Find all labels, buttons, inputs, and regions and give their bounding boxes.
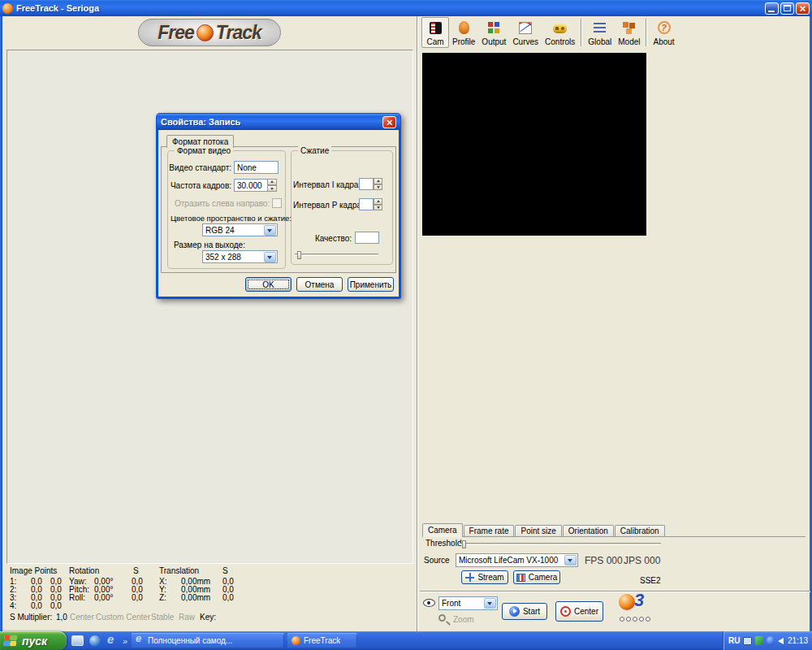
flip-horizontal-label: Отразить слева направо: [175, 199, 270, 208]
chevron-down-icon[interactable] [264, 225, 276, 236]
p-frame-interval-field[interactable] [359, 198, 374, 210]
volume-icon[interactable] [778, 638, 784, 644]
cam-icon [428, 20, 443, 35]
maximize-button[interactable] [780, 2, 794, 15]
toolbar-global-button[interactable]: Global [585, 17, 615, 48]
point-label: 4: [10, 601, 16, 610]
stream-icon [465, 573, 474, 582]
source-value: Microsoft LifeCam VX-1000 [459, 556, 558, 565]
view-select[interactable]: Front [438, 596, 498, 610]
tray-update-icon[interactable] [767, 636, 775, 645]
start-button[interactable]: Start [502, 603, 547, 620]
tab-frame-rate[interactable]: Frame rate [464, 525, 515, 536]
zoom-icon [438, 614, 446, 622]
toolbar-separator [646, 19, 647, 46]
tray-shield-icon[interactable] [755, 636, 763, 645]
frame-rate-stepper[interactable] [267, 179, 277, 192]
language-indicator[interactable]: RU [728, 636, 740, 645]
curves-icon [518, 20, 533, 35]
main-toolbar: Cam Profile Output Curves Controls Globa… [421, 17, 678, 50]
taskbar-item-browser[interactable]: Полноценный самод... [132, 633, 284, 648]
status-led-4[interactable] [639, 617, 644, 622]
frame-rate-field[interactable]: 30.000 [234, 179, 268, 192]
dialog-body: Формат потока Формат видео Видео стандар… [158, 130, 399, 297]
quick-launch-icon-2[interactable] [89, 635, 101, 647]
tab-stream-format[interactable]: Формат потока [166, 135, 234, 148]
chevron-down-icon[interactable] [484, 598, 496, 609]
source-label: Source [424, 556, 450, 565]
apply-button[interactable]: Применить [348, 277, 394, 292]
center-button[interactable]: Center [70, 613, 94, 622]
stream-button-label: Stream [477, 573, 503, 582]
freetrack-logo: Free Track [138, 19, 281, 46]
header-image-points: Image Points [10, 566, 57, 575]
flip-horizontal-checkbox[interactable] [272, 198, 282, 208]
window-controls [765, 2, 810, 15]
zoom-control[interactable]: Zoom [453, 615, 474, 624]
toolbar-output-button[interactable]: Output [478, 17, 509, 48]
chevron-down-icon[interactable] [264, 252, 276, 262]
jps-counter: JPS 000 [624, 555, 660, 566]
quick-launch-icon-1[interactable] [71, 635, 84, 646]
toolbar-curves-button[interactable]: Curves [509, 17, 542, 48]
minimize-button[interactable] [765, 2, 779, 15]
status-led-2[interactable] [626, 617, 631, 622]
dialog-close-button[interactable] [382, 116, 396, 128]
taskbar-item-freetrack[interactable]: FreeTrack [287, 633, 357, 648]
preview-eye-toggle[interactable] [423, 599, 435, 607]
cancel-button-label: Отмена [305, 280, 335, 289]
window-border-left [0, 16, 2, 631]
center-button[interactable]: Center [555, 601, 603, 622]
start-button-taskbar[interactable]: пуск [0, 631, 67, 650]
taskbar: пуск Полноценный самод... FreeTrack RU 2… [0, 631, 812, 650]
stable-toggle[interactable]: Stable [151, 613, 174, 622]
toolbar-controls-button[interactable]: Controls [542, 17, 578, 48]
toolbar-controls-label: Controls [545, 37, 575, 46]
i-frame-interval-stepper[interactable] [374, 178, 382, 190]
status-led-5[interactable] [646, 617, 650, 622]
tray-display-icon[interactable] [743, 637, 752, 645]
quick-launch-overflow-chevron[interactable] [123, 636, 127, 646]
quality-slider[interactable] [295, 254, 378, 256]
status-led-1[interactable] [620, 617, 624, 622]
toolbar-output-label: Output [482, 37, 506, 46]
tab-calibration[interactable]: Calibration [615, 525, 665, 536]
start-icon [509, 606, 520, 617]
stream-button[interactable]: Stream [461, 570, 508, 584]
logo-track-text: Track [216, 22, 261, 44]
freetrack-task-icon [292, 636, 300, 645]
tab-orientation[interactable]: Orientation [563, 525, 614, 536]
toolbar-cam-button[interactable]: Cam [421, 17, 449, 48]
quality-field[interactable] [355, 232, 379, 244]
p-frame-interval-stepper[interactable] [374, 198, 382, 210]
output-size-select[interactable]: 352 x 288 [202, 250, 278, 263]
source-select[interactable]: Microsoft LifeCam VX-1000 [456, 553, 578, 567]
i-frame-interval-field[interactable] [359, 178, 374, 190]
tab-point-size[interactable]: Point size [515, 525, 561, 536]
toolbar-about-button[interactable]: About [650, 17, 677, 48]
chevron-down-icon[interactable] [564, 555, 577, 566]
camera-button[interactable]: Camera [513, 570, 560, 584]
toolbar-model-button[interactable]: Model [615, 17, 643, 48]
status-led-3[interactable] [633, 617, 637, 622]
custom-center-button[interactable]: Custom Center [96, 613, 150, 622]
cancel-button[interactable]: Отмена [296, 277, 343, 292]
internet-explorer-quick-launch-icon[interactable] [106, 635, 117, 647]
clock[interactable]: 21:13 [788, 636, 808, 645]
toolbar-profile-button[interactable]: Profile [449, 17, 478, 48]
raw-toggle[interactable]: Raw [179, 613, 195, 622]
s-multiplier-value: 1,0 [56, 613, 67, 622]
header-rotation: Rotation [69, 566, 99, 575]
close-button[interactable] [796, 2, 810, 15]
video-standard-field[interactable]: None [234, 161, 279, 174]
quality-slider-thumb[interactable] [297, 251, 301, 259]
threshold-slider-thumb[interactable] [462, 540, 466, 548]
settings-tabs: Camera Frame rate Point size Orientation… [422, 524, 806, 537]
ok-button[interactable]: OK [245, 277, 292, 292]
sse2-label: SSE2 [640, 576, 661, 585]
view-value: Front [442, 599, 460, 608]
threshold-slider[interactable] [460, 543, 661, 545]
ok-button-label: OK [262, 280, 274, 289]
tab-camera[interactable]: Camera [422, 523, 463, 536]
colorspace-select[interactable]: RGB 24 [202, 223, 278, 236]
